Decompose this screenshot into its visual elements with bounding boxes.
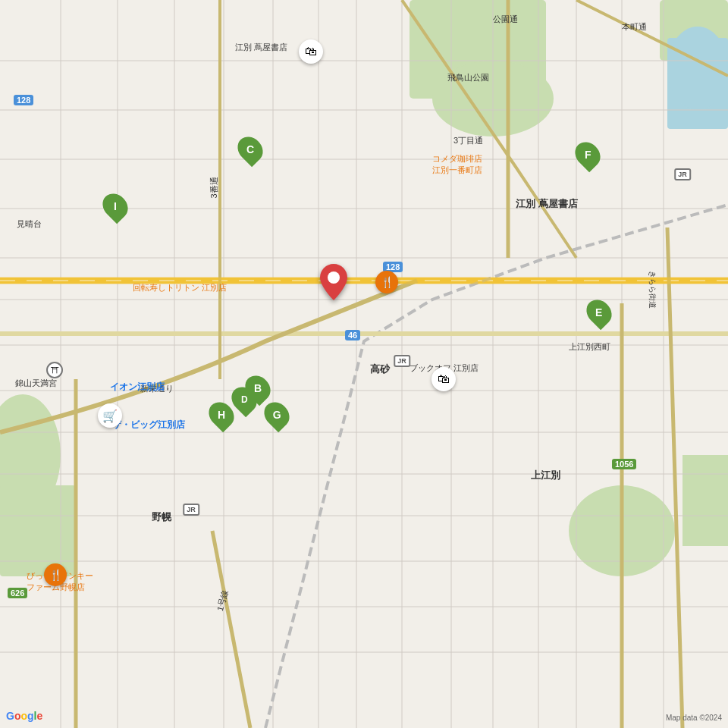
svg-rect-8 xyxy=(682,455,728,546)
food-marker-1[interactable]: 🍴 xyxy=(375,271,398,293)
map-data-text: Map data ©2024 xyxy=(666,714,722,722)
svg-point-48 xyxy=(328,271,340,284)
marker-g[interactable]: G xyxy=(265,401,288,428)
svg-line-44 xyxy=(667,228,682,728)
marker-i[interactable]: I xyxy=(104,193,127,220)
route-1056-badge: 1056 xyxy=(612,459,636,469)
marker-d[interactable]: D xyxy=(233,386,256,413)
bookoff-marker[interactable]: 🛍 xyxy=(431,367,456,391)
ebetsu-jr-icon: JR xyxy=(674,168,691,180)
marker-e[interactable]: E xyxy=(588,299,610,326)
nopporo-jr-icon: JR xyxy=(183,504,199,516)
thebig-marker[interactable]: 🛒 xyxy=(98,403,122,428)
marker-f[interactable]: F xyxy=(576,141,599,168)
svg-line-46 xyxy=(212,531,250,728)
svg-point-4 xyxy=(667,27,728,110)
svg-rect-6 xyxy=(0,485,76,576)
marker-c[interactable]: C xyxy=(239,136,262,163)
main-location-pin[interactable] xyxy=(320,264,347,303)
shrine-icon: ⛩ xyxy=(46,362,63,378)
route-626-badge: 626 xyxy=(8,588,27,598)
bikkuri-marker[interactable]: 🍴 xyxy=(44,563,67,586)
takasago-jr-icon: JR xyxy=(394,355,410,367)
route-46-badge: 46 xyxy=(345,330,360,340)
map-roads xyxy=(0,0,728,728)
marker-h[interactable]: H xyxy=(210,401,233,428)
tsutaya-marker[interactable]: 🛍 xyxy=(299,39,323,64)
google-logo: Google xyxy=(6,710,42,722)
map-container[interactable]: 128 128 46 626 1056 江別 蔦屋書店 飛鳥山公園 見晴台 公園… xyxy=(0,0,728,728)
route-128-badge: 128 xyxy=(14,95,33,105)
